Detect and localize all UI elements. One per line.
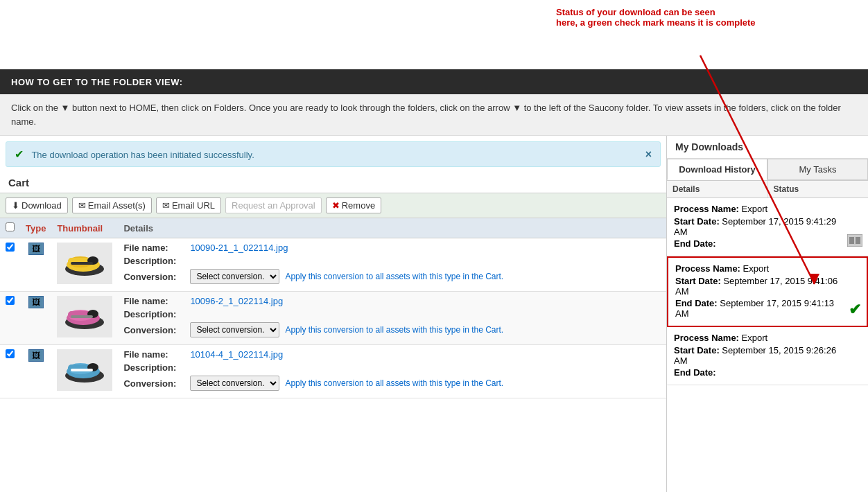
process-name-2: Process Name: Export — [675, 263, 839, 274]
details-cell-2: File name: 10096-2_1_022114.jpg Descript… — [118, 292, 666, 345]
downloads-tabs: Download History My Tasks — [667, 159, 868, 181]
thumbnail-3 — [51, 345, 118, 398]
header-bar: HOW TO GET TO THE FOLDER VIEW: — [0, 69, 868, 94]
email-url-label: Email URL — [172, 200, 215, 211]
thumbnail-1 — [51, 238, 118, 292]
svg-rect-15 — [71, 315, 93, 318]
request-approval-button[interactable]: Request an Approval — [225, 197, 322, 213]
annotation-text: Status of your download can be seen here… — [556, 7, 847, 28]
svg-rect-25 — [856, 237, 860, 244]
instruction-text: Click on the ▼ button next to HOME, then… — [0, 94, 868, 136]
svg-rect-24 — [849, 237, 854, 244]
downloads-header: My Downloads — [667, 136, 868, 159]
row-checkbox-2[interactable] — [6, 296, 15, 305]
process-name-3: Process Name: Export — [674, 333, 840, 343]
pending-status-icon — [847, 234, 862, 247]
table-row: File name: 10096-2_1_022114.jpg Descript… — [0, 292, 666, 345]
check-icon: ✔ — [15, 148, 24, 160]
download-item-1: Process Name: Export Start Date: Septemb… — [667, 198, 868, 256]
download-item-3: Process Name: Export Start Date: Septemb… — [667, 327, 868, 385]
type-icon-3 — [28, 349, 44, 362]
file-name-value-2: 10096-2_1_022114.jpg — [190, 296, 283, 306]
apply-link-1[interactable]: Apply this conversion to all assets with… — [285, 272, 503, 281]
table-row: File name: 10104-4_1_022114.jpg Descript… — [0, 345, 666, 398]
type-icon-2 — [28, 296, 44, 308]
annotation-line2: here, a green check mark means it is com… — [556, 17, 847, 28]
conversion-select-2[interactable]: Select conversion. — [190, 322, 279, 337]
details-cell-1: File name: 10090-21_1_022114.jpg Descrip… — [118, 238, 666, 292]
download-icon: ⬇ — [12, 200, 19, 211]
file-name-value-3: 10104-4_1_022114.jpg — [190, 349, 283, 360]
downloads-list: Process Name: Export Start Date: Septemb… — [667, 198, 868, 492]
thumbnail-2 — [51, 292, 118, 345]
tab-my-tasks[interactable]: My Tasks — [767, 159, 868, 180]
request-approval-label: Request an Approval — [232, 200, 315, 211]
end-date-1: End Date: — [674, 238, 840, 249]
email-url-button[interactable]: ✉ Email URL — [156, 197, 221, 213]
instruction-content: Click on the ▼ button next to HOME, then… — [11, 103, 841, 127]
details-column: Details — [667, 181, 768, 197]
file-name-label-3: File name: — [123, 349, 186, 360]
start-date-2: Start Date: September 17, 2015 9:41:06 A… — [675, 276, 839, 297]
file-name-label-1: File name: — [123, 243, 186, 253]
email-assets-label: Email Asset(s) — [88, 200, 146, 211]
cart-title: Cart — [0, 173, 666, 193]
conversion-select-3[interactable]: Select conversion. — [190, 376, 279, 391]
conversion-label-2: Conversion: — [123, 325, 186, 335]
download-item-2: Process Name: Export Start Date: Septemb… — [667, 256, 868, 327]
svg-rect-8 — [71, 262, 93, 265]
end-date-2: End Date: September 17, 2015 9:41:13 AM — [675, 298, 839, 319]
remove-icon: ✖ — [332, 200, 340, 211]
svg-rect-22 — [71, 369, 93, 371]
description-label-3: Description: — [123, 362, 186, 373]
end-date-3: End Date: — [674, 367, 840, 378]
conversion-select-1[interactable]: Select conversion. — [190, 269, 279, 284]
download-label: Download — [21, 200, 62, 211]
file-name-label-2: File name: — [123, 296, 186, 306]
details-cell-3: File name: 10104-4_1_022114.jpg Descript… — [118, 345, 666, 398]
start-date-3: Start Date: September 15, 2015 9:26:26 A… — [674, 345, 840, 366]
downloads-panel: My Downloads Download History My Tasks D… — [667, 136, 868, 492]
type-icon-1 — [28, 243, 44, 255]
remove-label: Remove — [342, 200, 375, 211]
status-column: Status — [768, 181, 869, 197]
notification-content: ✔ The download operation has been initia… — [15, 148, 254, 161]
conversion-label-1: Conversion: — [123, 272, 186, 282]
row-checkbox-1[interactable] — [6, 243, 15, 252]
success-notification: ✔ The download operation has been initia… — [6, 141, 661, 167]
notification-message: The download operation has been initiate… — [31, 150, 254, 160]
select-all-checkbox[interactable] — [6, 222, 15, 231]
conversion-label-3: Conversion: — [123, 378, 186, 389]
apply-link-3[interactable]: Apply this conversion to all assets with… — [285, 378, 503, 388]
email-url-icon: ✉ — [162, 200, 170, 211]
email-assets-button[interactable]: ✉ Email Asset(s) — [72, 197, 152, 213]
file-name-value-1: 10090-21_1_022114.jpg — [190, 243, 288, 253]
apply-link-2[interactable]: Apply this conversion to all assets with… — [285, 325, 503, 335]
cart-panel: ✔ The download operation has been initia… — [0, 136, 667, 492]
tab-download-history[interactable]: Download History — [667, 159, 767, 180]
header-title: HOW TO GET TO THE FOLDER VIEW: — [11, 77, 183, 87]
remove-button[interactable]: ✖ Remove — [326, 197, 381, 213]
thumbnail-column-header: Thumbnail — [51, 218, 118, 238]
description-label-1: Description: — [123, 256, 186, 266]
complete-status-icon: ✔ — [849, 301, 861, 319]
row-checkbox-3[interactable] — [6, 349, 15, 358]
start-date-1: Start Date: September 17, 2015 9:41:29 A… — [674, 216, 840, 237]
process-name-1: Process Name: Export — [674, 204, 840, 214]
main-layout: ✔ The download operation has been initia… — [0, 136, 868, 492]
download-button[interactable]: ⬇ Download — [6, 197, 68, 213]
annotation-line1: Status of your download can be seen — [556, 7, 847, 17]
description-label-2: Description: — [123, 309, 186, 319]
table-row: File name: 10090-21_1_022114.jpg Descrip… — [0, 238, 666, 292]
downloads-column-headers: Details Status — [667, 181, 868, 198]
cart-table: Type Thumbnail Details — [0, 218, 666, 492]
type-column-header: Type — [20, 218, 51, 238]
details-column-header: Details — [118, 218, 666, 238]
close-notification-button[interactable]: × — [645, 148, 652, 161]
toolbar: ⬇ Download ✉ Email Asset(s) ✉ Email URL … — [0, 193, 666, 218]
email-assets-icon: ✉ — [78, 200, 86, 211]
